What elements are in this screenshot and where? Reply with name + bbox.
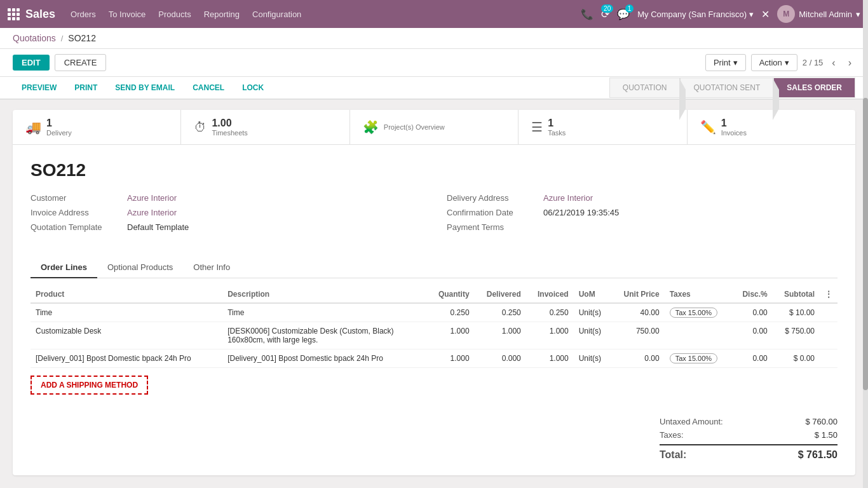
navbar: Sales Orders To Invoice Products Reporti… — [0, 0, 868, 28]
cell-disc: 0.00 — [732, 322, 773, 349]
delivery-address-value[interactable]: Azure Interior — [543, 193, 593, 203]
quotation-template-field: Quotation Template Default Template — [31, 222, 421, 232]
timesheets-icon: ⏱ — [194, 120, 207, 135]
total-row: Total: $ 761.50 — [660, 444, 837, 463]
nav-to-invoice[interactable]: To Invoice — [109, 10, 146, 19]
status-actions: PREVIEW PRINT SEND BY EMAIL CANCEL LOCK — [13, 77, 273, 98]
cell-uom: Unit(s) — [574, 322, 611, 349]
scrollbar[interactable] — [863, 0, 868, 485]
cell-options — [820, 322, 837, 349]
cell-unit-price: 40.00 — [611, 303, 664, 322]
payment-terms-field: Payment Terms — [447, 222, 837, 232]
col-invoiced: Invoiced — [526, 286, 574, 303]
total-value: $ 761.50 — [798, 449, 837, 461]
cell-subtotal: $ 10.00 — [773, 303, 820, 322]
untaxed-label: Untaxed Amount: — [660, 417, 723, 426]
tax-badge: Tax 15.00% — [670, 353, 717, 363]
stat-delivery[interactable]: 🚚 1 Delivery — [13, 110, 181, 144]
stat-timesheets[interactable]: ⏱ 1.00 Timesheets — [181, 110, 349, 144]
status-steps: QUOTATION QUOTATION SENT SALES ORDER — [609, 78, 855, 98]
quotation-template-value: Default Template — [127, 222, 189, 232]
nav-reporting[interactable]: Reporting — [204, 10, 240, 19]
cell-options — [820, 349, 837, 368]
table-row[interactable]: Customizable Desk [DESK0006] Customizabl… — [31, 322, 837, 349]
taxes-row: Taxes: $ 1.50 — [660, 428, 837, 442]
cell-description: Time — [222, 303, 426, 322]
cancel-link[interactable]: CANCEL — [184, 77, 233, 100]
stat-projects[interactable]: 🧩 Project(s) Overview — [350, 110, 519, 144]
total-label: Total: — [660, 449, 686, 461]
avatar: M — [777, 5, 795, 23]
tab-order-lines[interactable]: Order Lines — [31, 257, 97, 278]
cell-invoiced: 1.000 — [526, 349, 574, 368]
cell-product: Customizable Desk — [31, 322, 222, 349]
create-button[interactable]: CREATE — [55, 54, 107, 71]
col-description: Description — [222, 286, 426, 303]
projects-icon: 🧩 — [363, 119, 379, 135]
customer-value[interactable]: Azure Interior — [127, 193, 177, 203]
user-menu[interactable]: M Mitchell Admin ▾ — [777, 5, 860, 23]
invoice-address-value[interactable]: Azure Interior — [127, 208, 177, 217]
table-row[interactable]: Time Time 0.250 0.250 0.250 Unit(s) 40.0… — [31, 303, 837, 322]
table-row[interactable]: [Delivery_001] Bpost Domestic bpack 24h … — [31, 349, 837, 368]
cell-uom: Unit(s) — [574, 303, 611, 322]
cell-invoiced: 1.000 — [526, 322, 574, 349]
customer-field: Customer Azure Interior — [31, 193, 421, 203]
cell-taxes: Tax 15.00% — [665, 349, 732, 368]
confirmation-date-value: 06/21/2019 19:35:45 — [543, 208, 619, 217]
tab-other-info[interactable]: Other Info — [183, 257, 240, 278]
cell-subtotal: $ 0.00 — [773, 349, 820, 368]
step-sales-order[interactable]: SALES ORDER — [773, 78, 855, 98]
add-shipping-button[interactable]: ADD A SHIPPING METHOD — [31, 376, 148, 395]
print-link[interactable]: PRINT — [65, 77, 106, 100]
cell-subtotal: $ 750.00 — [773, 322, 820, 349]
cell-disc: 0.00 — [732, 303, 773, 322]
scroll-thumb[interactable] — [863, 98, 868, 391]
lock-link[interactable]: LOCK — [233, 77, 273, 100]
action-button[interactable]: Action ▾ — [751, 54, 797, 71]
activity-icon[interactable]: ⟳ 20 — [601, 8, 609, 20]
record-card: 🚚 1 Delivery ⏱ 1.00 Timesheets 🧩 Project… — [13, 110, 855, 475]
col-uom: UoM — [574, 286, 611, 303]
apps-menu[interactable] — [8, 8, 18, 20]
activity-badge: 20 — [601, 4, 613, 13]
invoice-address-field: Invoice Address Azure Interior — [31, 208, 421, 217]
cell-unit-price: 750.00 — [611, 322, 664, 349]
tax-badge: Tax 15.00% — [670, 308, 717, 318]
breadcrumb-parent[interactable]: Quotations — [13, 33, 56, 43]
cell-product: Time — [31, 303, 222, 322]
phone-icon[interactable]: 📞 — [581, 8, 593, 20]
step-quotation-sent[interactable]: QUOTATION SENT — [680, 78, 773, 98]
cell-delivered: 0.000 — [475, 349, 526, 368]
stat-invoices[interactable]: ✏️ 1 Invoices — [688, 110, 855, 144]
cell-product: [Delivery_001] Bpost Domestic bpack 24h … — [31, 349, 222, 368]
print-button[interactable]: Print ▾ — [705, 54, 746, 71]
stat-tasks[interactable]: ☰ 1 Tasks — [519, 110, 687, 144]
order-lines-table: Product Description Quantity Delivered I… — [31, 286, 837, 368]
company-selector[interactable]: My Company (San Francisco) ▾ — [637, 10, 754, 19]
prev-button[interactable]: ‹ — [828, 56, 839, 70]
order-lines-table-area: Product Description Quantity Delivered I… — [13, 286, 855, 407]
cell-invoiced: 0.250 — [526, 303, 574, 322]
print-dropdown-icon: ▾ — [733, 58, 738, 67]
cell-taxes — [665, 322, 732, 349]
tabs: Order Lines Optional Products Other Info — [31, 257, 837, 278]
step-quotation[interactable]: QUOTATION — [609, 78, 681, 98]
navbar-links: Orders To Invoice Products Reporting Con… — [71, 10, 581, 19]
col-quantity: Quantity — [427, 286, 475, 303]
nav-products[interactable]: Products — [158, 10, 191, 19]
nav-orders[interactable]: Orders — [71, 10, 96, 19]
next-button[interactable]: › — [844, 56, 855, 70]
col-disc: Disc.% — [732, 286, 773, 303]
cell-unit-price: 0.00 — [611, 349, 664, 368]
breadcrumb-current: SO212 — [68, 33, 96, 43]
tab-optional-products[interactable]: Optional Products — [97, 257, 183, 278]
message-icon[interactable]: 💬 1 — [617, 8, 630, 20]
close-icon[interactable]: ✕ — [761, 8, 770, 20]
cell-options — [820, 303, 837, 322]
nav-configuration[interactable]: Configuration — [252, 10, 301, 19]
preview-link[interactable]: PREVIEW — [13, 77, 65, 100]
send-email-link[interactable]: SEND BY EMAIL — [106, 77, 184, 100]
app-brand: Sales — [25, 8, 55, 21]
edit-button[interactable]: EDIT — [13, 55, 50, 71]
